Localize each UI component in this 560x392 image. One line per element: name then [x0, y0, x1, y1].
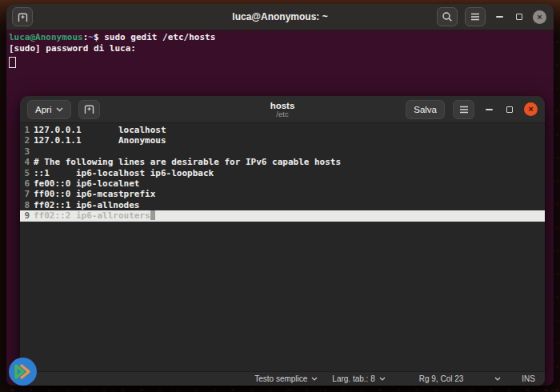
line-number: 3: [20, 146, 30, 157]
close-icon: ×: [537, 13, 542, 22]
save-button[interactable]: Salva: [406, 100, 445, 119]
gedit-close-button[interactable]: ×: [524, 102, 538, 116]
desktop: luca@Anonymous: ~: [0, 0, 560, 392]
dock-app-icon[interactable]: [8, 357, 38, 386]
editor-line: 1127.0.0.1 localhost: [20, 125, 545, 135]
doc-type-label: Testo semplice: [254, 374, 307, 383]
terminal-close-button[interactable]: ×: [533, 10, 546, 24]
terminal-minimize-button[interactable]: [493, 7, 506, 26]
search-button[interactable]: [437, 7, 458, 26]
line-number: 1: [20, 125, 30, 135]
terminal-menu-button[interactable]: [465, 7, 486, 26]
tab-plus-icon: [17, 12, 29, 22]
editor-line: 3: [20, 146, 545, 157]
cursor-position-button[interactable]: Rg 9, Col 23: [419, 374, 502, 383]
new-tab-button[interactable]: [12, 7, 33, 26]
minimize-icon: [496, 16, 503, 18]
chevron-down-icon: [379, 377, 386, 381]
line-number: 4: [20, 157, 30, 167]
gedit-statusbar: Testo semplice Larg. tab.: 8 Rg 9, Col 2…: [20, 371, 545, 386]
line-text: # The following lines are desirable for …: [34, 157, 341, 167]
editor-line-selected: 9ff02::2 ip6-allrouters: [20, 210, 545, 221]
line-text: fe00::0 ip6-localnet: [34, 178, 139, 189]
line-text: ff00::0 ip6-mcastprefix: [34, 189, 155, 199]
editor-line: 7ff00::0 ip6-mcastprefix: [20, 189, 545, 199]
line-text: 127.0.0.1 localhost: [34, 125, 166, 135]
line-text: ::1 ip6-localhost ip6-loopback: [34, 168, 214, 178]
maximize-icon: [516, 14, 522, 20]
doc-type-dropdown[interactable]: Testo semplice: [254, 374, 318, 383]
line-number: 6: [20, 178, 30, 189]
gedit-window: Apri hosts: [20, 96, 545, 386]
gedit-minimize-button[interactable]: [482, 100, 495, 119]
tab-width-label: Larg. tab.: 8: [332, 374, 374, 383]
input-mode-label: INS: [522, 374, 535, 383]
gedit-titlebar[interactable]: Apri hosts: [20, 96, 545, 123]
maximize-icon: [506, 106, 513, 113]
open-button-label: Apri: [35, 105, 51, 114]
terminal-cursor-line: [6, 56, 554, 73]
editor-line: 8ff02::1 ip6-allnodes: [20, 200, 545, 210]
line-text: ff02::2 ip6-allrouters: [34, 210, 150, 221]
gedit-maximize-button[interactable]: [503, 100, 516, 119]
gedit-menu-button[interactable]: [453, 100, 474, 119]
new-document-icon: [83, 104, 95, 114]
hamburger-icon: [459, 106, 469, 114]
line-text: 127.0.1.1 Anonymous: [34, 135, 166, 146]
minimize-icon: [486, 109, 493, 110]
line-number: 8: [20, 200, 30, 210]
new-document-button[interactable]: [78, 100, 100, 119]
open-button[interactable]: Apri: [27, 100, 71, 119]
terminal-cursor: [9, 57, 16, 68]
hamburger-icon: [470, 13, 480, 21]
cursor-position-label: Rg 9, Col 23: [419, 374, 464, 383]
line-number: 2: [20, 135, 30, 146]
line-number: 9: [20, 210, 30, 221]
terminal-titlebar[interactable]: luca@Anonymous: ~: [6, 4, 554, 30]
editor-cursor: [150, 210, 156, 220]
input-mode-indicator: INS: [522, 374, 535, 383]
line-number: 7: [20, 189, 30, 199]
editor-line: 4# The following lines are desirable for…: [20, 157, 545, 167]
terminal-output[interactable]: luca@Anonymous:~$ sudo gedit /etc/hosts[…: [6, 30, 554, 56]
editor-line: 2127.0.1.1 Anonymous: [20, 135, 545, 146]
line-text: ff02::1 ip6-allnodes: [34, 200, 139, 210]
terminal-line: luca@Anonymous:~$ sudo gedit /etc/hosts: [9, 32, 551, 43]
tab-width-dropdown[interactable]: Larg. tab.: 8: [332, 374, 385, 383]
terminal-maximize-button[interactable]: [513, 7, 526, 26]
line-number: 5: [20, 168, 30, 178]
chevron-down-icon: [494, 377, 501, 381]
search-icon: [442, 11, 453, 22]
close-icon: ×: [528, 105, 533, 114]
editor-line: 5::1 ip6-localhost ip6-loopback: [20, 168, 545, 178]
terminal-line: [sudo] password di luca:: [9, 43, 551, 54]
chevron-down-icon: [56, 107, 63, 112]
save-button-label: Salva: [414, 105, 437, 114]
editor-lines[interactable]: 1127.0.0.1 localhost2127.0.1.1 Anonymous…: [20, 123, 545, 371]
editor-line: 6fe00::0 ip6-localnet: [20, 178, 545, 189]
chevron-down-icon: [311, 377, 318, 381]
